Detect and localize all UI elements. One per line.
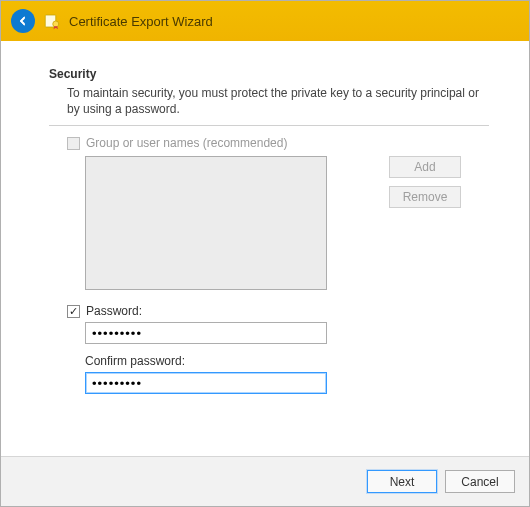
svg-point-1 [53,21,59,27]
wizard-window: Certificate Export Wizard Security To ma… [0,0,530,507]
password-input[interactable] [85,322,327,344]
confirm-password-input[interactable] [85,372,327,394]
password-checkbox[interactable] [67,305,80,318]
footer: Next Cancel [1,456,529,506]
group-option-row: Group or user names (recommended) [67,136,489,150]
divider [49,125,489,126]
group-checkbox [67,137,80,150]
add-button: Add [389,156,461,178]
back-button[interactable] [11,9,35,33]
certificate-icon [43,12,61,30]
confirm-password-label: Confirm password: [85,354,489,368]
principals-area: Add Remove [49,156,489,290]
password-option-row[interactable]: Password: [67,304,489,318]
password-label: Password: [86,304,142,318]
window-title: Certificate Export Wizard [69,14,213,29]
wizard-body: Security To maintain security, you must … [1,41,529,456]
titlebar: Certificate Export Wizard [1,1,529,41]
password-section: Password: Confirm password: [67,304,489,394]
section-heading: Security [49,67,489,81]
back-arrow-icon [16,14,30,28]
principals-listbox [85,156,327,290]
next-button[interactable]: Next [367,470,437,493]
remove-button: Remove [389,186,461,208]
section-description: To maintain security, you must protect t… [67,85,487,117]
cancel-button[interactable]: Cancel [445,470,515,493]
group-label: Group or user names (recommended) [86,136,287,150]
